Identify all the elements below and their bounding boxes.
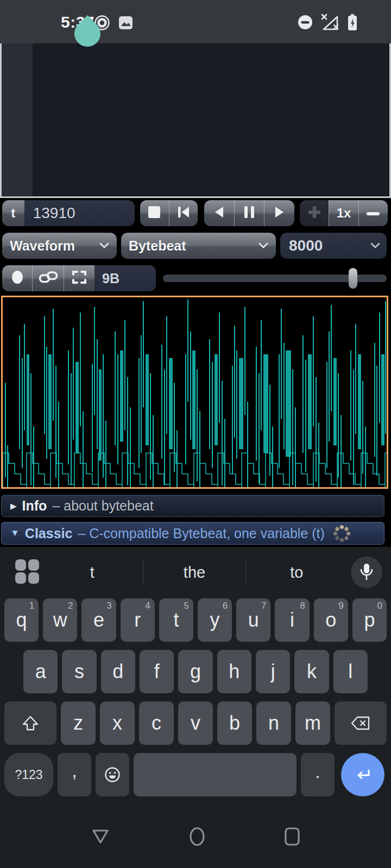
keyboard-menu-icon[interactable] — [14, 558, 41, 586]
period-key-label: . — [315, 761, 320, 782]
key-a[interactable]: a — [23, 650, 58, 693]
expanded-arrow-icon: ▼ — [10, 528, 20, 539]
key-g[interactable]: g — [178, 650, 212, 693]
key-label: f — [154, 660, 160, 683]
key-label: x — [112, 712, 122, 735]
key-label: e — [93, 609, 104, 631]
key-label: o — [325, 609, 336, 631]
key-m[interactable]: m — [295, 701, 330, 745]
record-button[interactable] — [2, 265, 32, 291]
key-u[interactable]: u7 — [236, 598, 270, 642]
classic-section-subtitle: – C-compatible Bytebeat, one variable (t… — [78, 526, 324, 541]
link-icon — [39, 270, 58, 286]
chevron-down-icon — [99, 241, 109, 251]
play-reverse-button[interactable] — [204, 200, 234, 226]
recents-button[interactable] — [283, 826, 301, 850]
key-hint-label: 4 — [145, 601, 150, 611]
key-d[interactable]: d — [101, 650, 135, 693]
key-c[interactable]: c — [139, 701, 174, 745]
microphone-icon — [357, 563, 376, 582]
t-counter-input[interactable] — [24, 200, 135, 226]
collapsed-arrow-icon: ▶ — [10, 501, 17, 511]
t-variable-button[interactable]: t — [2, 200, 24, 226]
waveform-select[interactable]: Waveform — [2, 233, 117, 259]
voice-input-button[interactable] — [351, 557, 382, 588]
stop-button[interactable] — [140, 200, 169, 226]
symbols-key[interactable]: ?123 — [4, 753, 53, 796]
sample-rate-combo[interactable] — [280, 233, 387, 259]
backspace-icon — [350, 716, 371, 731]
key-v[interactable]: v — [178, 701, 213, 745]
classic-section-header[interactable]: ▼ Classic – C-compatible Bytebeat, one v… — [1, 522, 384, 545]
key-label: r — [134, 609, 141, 631]
period-key[interactable]: . — [301, 753, 335, 796]
volume-slider[interactable] — [163, 265, 387, 291]
keyboard-row-3: zxcvbnm — [0, 701, 391, 745]
key-x[interactable]: x — [100, 701, 135, 745]
key-b[interactable]: b — [217, 701, 252, 745]
song-mode-select[interactable]: Bytebeat — [121, 233, 276, 259]
suggestion-3[interactable]: to — [246, 564, 348, 582]
emoji-key[interactable] — [96, 753, 129, 796]
comma-key[interactable]: , — [58, 753, 91, 796]
volume-slider-thumb[interactable] — [349, 268, 357, 289]
key-label: a — [35, 660, 46, 683]
key-k[interactable]: k — [294, 650, 329, 693]
home-button[interactable] — [188, 826, 206, 850]
playback-speed-button[interactable]: 1x — [329, 200, 358, 226]
key-label: s — [74, 660, 84, 683]
key-label: i — [290, 609, 294, 631]
skip-to-start-button[interactable] — [169, 200, 198, 226]
key-p[interactable]: p0 — [352, 598, 387, 642]
enter-key[interactable] — [339, 753, 387, 796]
copy-link-button[interactable] — [32, 265, 64, 291]
shift-key[interactable] — [4, 701, 56, 745]
fullscreen-button[interactable] — [64, 265, 94, 291]
suggestion-bar: t the to — [0, 551, 391, 593]
key-w[interactable]: w2 — [43, 598, 77, 642]
skip-to-start-icon — [176, 206, 191, 221]
pause-button[interactable] — [234, 200, 264, 226]
info-section-header[interactable]: ▶ Info – about bytebeat — [1, 495, 384, 517]
classic-section-title: Classic — [25, 526, 73, 541]
speed-increase-button[interactable] — [300, 200, 329, 226]
do-not-disturb-icon — [298, 15, 313, 32]
play-button[interactable] — [264, 200, 294, 226]
no-signal-icon — [319, 13, 340, 34]
code-editor[interactable] — [0, 43, 391, 198]
key-i[interactable]: i8 — [275, 598, 309, 642]
emoji-icon — [104, 766, 121, 783]
key-label: l — [348, 660, 352, 683]
key-t[interactable]: t5 — [159, 598, 193, 642]
speed-decrease-button[interactable] — [358, 200, 388, 226]
key-h[interactable]: h — [217, 650, 251, 693]
key-l[interactable]: l — [333, 650, 368, 693]
space-key[interactable] — [134, 753, 297, 796]
info-section-title: Info — [22, 498, 47, 514]
key-hint-label: 5 — [184, 601, 189, 611]
key-j[interactable]: j — [256, 650, 290, 693]
key-q[interactable]: q1 — [4, 598, 39, 642]
suggestion-1[interactable]: t — [41, 564, 143, 582]
suggestion-2[interactable]: the — [143, 564, 245, 582]
bytebeat-app-screen: 5:37 — [0, 0, 391, 868]
keyboard-row-4: ?123 , . — [0, 753, 391, 796]
back-button[interactable] — [90, 827, 111, 848]
key-n[interactable]: n — [256, 701, 291, 745]
sample-rate-input[interactable] — [280, 237, 354, 254]
key-y[interactable]: y6 — [198, 598, 232, 642]
key-f[interactable]: f — [140, 650, 174, 693]
key-z[interactable]: z — [61, 701, 96, 745]
key-label: b — [229, 712, 240, 735]
key-s[interactable]: s — [62, 650, 96, 693]
key-r[interactable]: r4 — [121, 598, 155, 642]
pause-icon — [244, 206, 255, 221]
key-label: j — [271, 660, 275, 683]
key-e[interactable]: e3 — [81, 598, 116, 642]
editor-gutter — [2, 43, 33, 196]
key-hint-label: 3 — [106, 601, 111, 611]
chevron-down-icon — [258, 241, 268, 251]
backspace-key[interactable] — [335, 701, 387, 745]
key-o[interactable]: o9 — [314, 598, 348, 642]
waveform-display — [1, 296, 388, 489]
